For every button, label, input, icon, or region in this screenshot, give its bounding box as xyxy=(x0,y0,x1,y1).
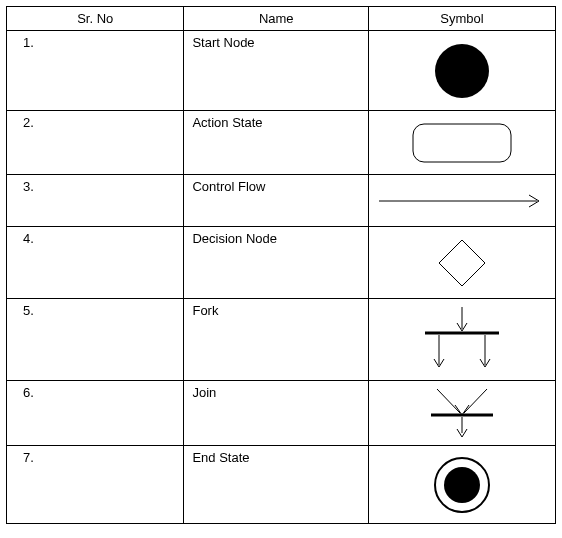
table-row: 3. Control Flow xyxy=(7,175,556,227)
svg-point-0 xyxy=(435,44,489,98)
cell-sr: 3. xyxy=(7,175,184,227)
svg-marker-3 xyxy=(439,240,485,286)
cell-symbol xyxy=(369,227,556,299)
cell-sr: 7. xyxy=(7,446,184,524)
cell-name: Decision Node xyxy=(184,227,369,299)
cell-name: Start Node xyxy=(184,31,369,111)
join-icon xyxy=(417,385,507,441)
cell-sr: 6. xyxy=(7,381,184,446)
table-row: 6. Join xyxy=(7,381,556,446)
cell-name: Fork xyxy=(184,299,369,381)
decision-node-icon xyxy=(437,238,487,288)
table-row: 2. Action State xyxy=(7,111,556,175)
cell-name: Join xyxy=(184,381,369,446)
table-row: 4. Decision Node xyxy=(7,227,556,299)
end-state-icon xyxy=(432,455,492,515)
cell-symbol xyxy=(369,299,556,381)
table-row: 1. Start Node xyxy=(7,31,556,111)
cell-sr: 2. xyxy=(7,111,184,175)
cell-symbol xyxy=(369,111,556,175)
start-node-icon xyxy=(432,41,492,101)
svg-point-13 xyxy=(444,467,480,503)
table-header-row: Sr. No Name Symbol xyxy=(7,7,556,31)
svg-line-9 xyxy=(464,389,487,413)
header-symbol: Symbol xyxy=(369,7,556,31)
table-row: 5. Fork xyxy=(7,299,556,381)
svg-line-8 xyxy=(437,389,460,413)
cell-sr: 4. xyxy=(7,227,184,299)
control-flow-icon xyxy=(377,191,547,211)
cell-symbol xyxy=(369,31,556,111)
cell-name: End State xyxy=(184,446,369,524)
cell-name: Action State xyxy=(184,111,369,175)
fork-icon xyxy=(417,305,507,375)
symbols-table: Sr. No Name Symbol 1. Start Node 2. Acti… xyxy=(6,6,556,524)
cell-symbol xyxy=(369,175,556,227)
cell-symbol xyxy=(369,446,556,524)
svg-rect-1 xyxy=(413,124,511,162)
cell-sr: 5. xyxy=(7,299,184,381)
table-row: 7. End State xyxy=(7,446,556,524)
header-srno: Sr. No xyxy=(7,7,184,31)
header-name: Name xyxy=(184,7,369,31)
cell-symbol xyxy=(369,381,556,446)
cell-name: Control Flow xyxy=(184,175,369,227)
cell-sr: 1. xyxy=(7,31,184,111)
action-state-icon xyxy=(412,123,512,163)
